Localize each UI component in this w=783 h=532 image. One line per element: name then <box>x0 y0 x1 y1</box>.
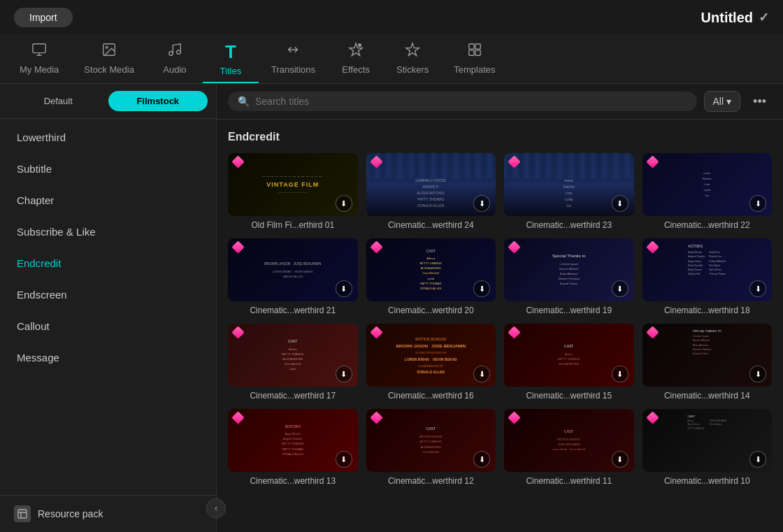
svg-point-3 <box>169 52 173 56</box>
tab-titles[interactable]: T Titles <box>203 36 259 83</box>
sidebar-item-subtitle[interactable]: Subtitle <box>0 153 216 185</box>
nav-tabs: My Media Stock Media Audio T Titles Tran… <box>0 35 783 84</box>
tab-audio-label: Audio <box>163 64 186 75</box>
diamond-badge-9 <box>234 328 245 339</box>
download-button-10[interactable]: ⬇ <box>473 366 490 382</box>
template-card-14[interactable]: CAST MOTION DESIGNBETTY ORANGEALISHA ATK… <box>366 409 496 486</box>
resource-pack-icon <box>14 505 31 522</box>
filter-dropdown[interactable]: All ▾ <box>704 91 741 112</box>
template-card-1[interactable]: ────────────── VINTAGE FILM ────────────… <box>228 153 358 230</box>
download-button-16[interactable]: ⬇ <box>749 451 766 468</box>
diamond-badge-1 <box>234 157 245 168</box>
diamond-badge-12 <box>648 328 659 339</box>
template-label-9: Cinematic...werthird 17 <box>228 391 358 401</box>
template-label-1: Old Film Fi...erthird 01 <box>228 220 358 230</box>
svg-point-5 <box>359 44 361 47</box>
template-card-12[interactable]: SPECIAL THANKS TO Lorraine IguainBonnie … <box>642 324 773 401</box>
more-options-button[interactable]: ••• <box>747 92 772 112</box>
template-card-8[interactable]: ACTORS Angel BrownAngela CharlesAngie Da… <box>642 238 773 315</box>
tab-transitions-label: Transitions <box>271 64 315 75</box>
sidebar-tab-filmstock[interactable]: Filmstock <box>108 91 208 111</box>
sidebar-item-endcredit[interactable]: Endcredit <box>0 247 216 279</box>
main-content: Default Filmstock Lowerthird Subtitle Ch… <box>0 84 783 532</box>
tab-stickers-label: Stickers <box>396 64 429 75</box>
download-button-8[interactable]: ⬇ <box>749 280 766 297</box>
sidebar-item-subscribe[interactable]: Subscribe & Like <box>0 216 216 247</box>
titles-icon: T <box>225 41 236 63</box>
tab-audio[interactable]: Audio <box>147 36 203 82</box>
svg-rect-0 <box>33 44 45 53</box>
template-card-9[interactable]: CAST AdenaBETTY ORANGEALISHA ATKINSOma M… <box>228 324 358 401</box>
effects-icon <box>348 42 364 62</box>
diamond-badge-3 <box>510 157 521 168</box>
svg-rect-10 <box>18 510 27 518</box>
diamond-badge-14 <box>372 413 383 424</box>
sidebar-tabs: Default Filmstock <box>0 84 216 119</box>
tab-stock-media-label: Stock Media <box>84 64 134 75</box>
sidebar-collapse-button[interactable]: ‹ <box>206 498 226 518</box>
diamond-badge-4 <box>648 157 659 168</box>
template-label-13: Cinematic...werthird 13 <box>228 476 358 486</box>
template-label-16: Cinematic...werthird 10 <box>642 476 773 486</box>
template-card-5[interactable]: BROWN JASON JOSE BENJAMIN LOREN BRIAN KE… <box>228 238 358 315</box>
download-button-3[interactable]: ⬇ <box>612 195 628 212</box>
template-card-10[interactable]: MOTION DESIGNS BROWN JASON JOSE BENJAMIN… <box>366 324 496 401</box>
sidebar-item-lowerthird[interactable]: Lowerthird <box>0 122 216 153</box>
tab-my-media[interactable]: My Media <box>7 36 71 82</box>
sidebar-tab-default[interactable]: Default <box>8 91 108 111</box>
download-button-2[interactable]: ⬇ <box>473 195 490 212</box>
tab-effects[interactable]: Effects <box>328 36 384 82</box>
sidebar-item-chapter[interactable]: Chapter <box>0 185 216 216</box>
download-button-6[interactable]: ⬇ <box>473 280 490 297</box>
sidebar-item-endscreen[interactable]: Endscreen <box>0 279 216 310</box>
template-label-12: Cinematic...werthird 14 <box>642 391 773 401</box>
download-button-7[interactable]: ⬇ <box>612 280 628 297</box>
svg-point-2 <box>106 46 108 48</box>
content-panel: 🔍 All ▾ ••• Endcredit ────────────── <box>217 84 783 532</box>
tab-transitions[interactable]: Transitions <box>259 36 328 82</box>
download-button-12[interactable]: ⬇ <box>749 366 766 382</box>
template-card-11[interactable]: CAST AdenaBETTY ORANGEALISHA ATKINS ⬇ Ci… <box>504 324 634 401</box>
template-card-7[interactable]: Special Thanks to Lorraine IguainBonnie … <box>504 238 634 315</box>
search-icon: 🔍 <box>238 96 250 107</box>
download-button-11[interactable]: ⬇ <box>612 366 628 382</box>
template-label-3: Cinematic...werthird 23 <box>504 220 634 230</box>
download-button-14[interactable]: ⬇ <box>473 451 490 468</box>
import-button[interactable]: Import <box>14 8 73 27</box>
template-card-2[interactable]: GABRIELA CROSSINGRID P.ALISSA MITCHELPAT… <box>366 153 496 230</box>
template-card-16[interactable]: CAST AdenaAngel BrownBETTY ORANGE JOSE B… <box>642 409 773 486</box>
template-card-15[interactable]: CAST MOTION DESIGNJOSE BENJAMINLoren Bri… <box>504 409 634 486</box>
sidebar-resource-pack[interactable]: Resource pack <box>0 495 216 532</box>
diamond-badge-8 <box>648 243 659 254</box>
search-box: 🔍 <box>228 92 697 111</box>
download-button-15[interactable]: ⬇ <box>612 451 628 468</box>
sidebar-item-message[interactable]: Message <box>0 342 216 373</box>
svg-rect-7 <box>475 44 480 49</box>
download-button-13[interactable]: ⬇ <box>336 451 352 468</box>
tab-stickers[interactable]: Stickers <box>384 36 441 82</box>
download-button-1[interactable]: ⬇ <box>336 195 352 212</box>
sidebar-item-callout[interactable]: Callout <box>0 310 216 342</box>
download-button-9[interactable]: ⬇ <box>336 366 352 382</box>
my-media-icon <box>31 42 47 62</box>
tab-stock-media[interactable]: Stock Media <box>71 36 147 82</box>
download-button-5[interactable]: ⬇ <box>336 280 352 297</box>
template-card-3[interactable]: nameRachelLisaLydiaLiz ⬇ Cinematic...wer… <box>504 153 634 230</box>
template-label-4: Cinematic...werthird 22 <box>642 220 773 230</box>
diamond-badge-15 <box>510 413 521 424</box>
template-card-13[interactable]: EDITORS Angel BrownAngela CharlesBETTY O… <box>228 409 358 486</box>
diamond-badge-5 <box>234 243 245 254</box>
diamond-badge-10 <box>372 328 383 339</box>
check-icon: ✓ <box>759 10 769 25</box>
template-label-8: Cinematic...werthird 18 <box>642 305 773 315</box>
tab-templates[interactable]: Templates <box>441 36 508 82</box>
download-button-4[interactable]: ⬇ <box>749 195 766 212</box>
template-card-4[interactable]: nameRachelLisaLydiaLiz ⬇ Cinematic...wer… <box>642 153 773 230</box>
svg-rect-9 <box>475 50 480 55</box>
template-card-6[interactable]: CAST AdenaBETTY ORANGEALISHA ATKINSOma M… <box>366 238 496 315</box>
diamond-badge-6 <box>372 243 383 254</box>
search-input[interactable] <box>255 96 687 107</box>
content-header: 🔍 All ▾ ••• <box>217 84 783 120</box>
chevron-down-icon: ▾ <box>726 96 731 107</box>
svg-point-4 <box>177 50 181 55</box>
